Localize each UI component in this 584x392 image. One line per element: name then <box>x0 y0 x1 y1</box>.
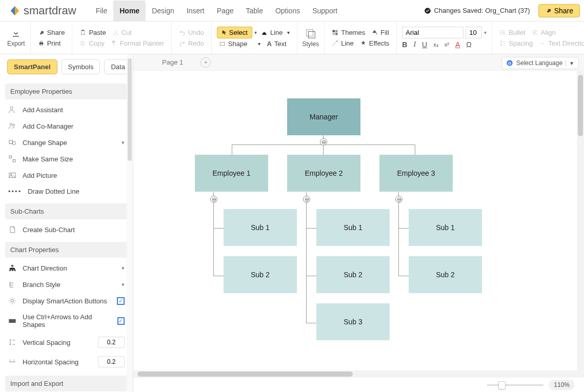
language-selector[interactable]: G Select Language ▼ <box>501 57 579 69</box>
checkbox-checked-icon[interactable]: ✓ <box>117 317 125 325</box>
sidebar-add-picture[interactable]: Add Picture <box>5 167 128 183</box>
org-node-employee-2[interactable]: Employee 2 <box>287 155 360 192</box>
line-style-button[interactable]: Line <box>330 38 356 49</box>
sidebar-create-subchart[interactable]: Create Sub-Chart <box>5 221 128 238</box>
page-tab-1[interactable]: Page 1 <box>153 55 192 69</box>
svg-point-6 <box>113 34 114 35</box>
styles-label[interactable]: Styles <box>303 40 319 48</box>
select-dropdown-icon[interactable]: ▾ <box>254 30 257 35</box>
paste-button[interactable]: Paste <box>77 27 108 38</box>
effects-button[interactable]: Effects <box>358 38 392 49</box>
subscript-button[interactable]: x₂ <box>433 42 438 48</box>
canvas-vertical-scrollbar[interactable] <box>577 71 584 378</box>
menu-tabs: File Home Design Insert Page Table Optio… <box>90 1 344 21</box>
sidebar-change-shape[interactable]: Change Shape▾ <box>5 134 128 151</box>
org-node-sub[interactable]: Sub 1 <box>316 209 390 246</box>
effects-icon <box>360 40 367 47</box>
svg-rect-30 <box>9 140 13 144</box>
org-node-sub[interactable]: Sub 1 <box>224 209 297 246</box>
org-node-employee-3[interactable]: Employee 3 <box>379 155 453 192</box>
sidebar-add-comanager[interactable]: Add Co-Manager <box>5 118 128 134</box>
add-page-button[interactable]: + <box>200 57 211 68</box>
svg-point-22 <box>500 33 501 34</box>
zoom-thumb[interactable] <box>498 381 506 389</box>
export-label[interactable]: Export <box>7 40 25 47</box>
sidebar-add-assistant[interactable]: Add Assistant <box>5 101 128 118</box>
drawing-canvas[interactable]: Manager ⊖ Employee 1 Employee 2 Employee… <box>133 71 584 392</box>
svg-rect-26 <box>533 34 537 34</box>
themes-button[interactable]: Themes <box>330 27 367 38</box>
line-tool-button[interactable]: Line▾ <box>259 27 292 38</box>
svg-rect-11 <box>307 30 313 36</box>
font-size-dropdown-icon[interactable]: ▾ <box>484 30 487 35</box>
select-tool-button[interactable]: Select <box>217 27 252 38</box>
superscript-button[interactable]: x² <box>445 42 449 48</box>
text-tool-button[interactable]: AText <box>265 38 288 49</box>
tab-symbols[interactable]: Symbols <box>62 59 100 74</box>
format-painter-button[interactable]: Format Painter <box>109 38 166 49</box>
menu-home[interactable]: Home <box>113 1 146 21</box>
redo-button[interactable]: Redo <box>177 38 206 49</box>
sidebar-scrollbar[interactable] <box>127 54 133 392</box>
org-node-sub[interactable]: Sub 1 <box>409 209 482 246</box>
text-direction-button[interactable]: Text Direction <box>537 38 584 49</box>
sidebar-branch-style[interactable]: Branch Style▾ <box>5 276 128 293</box>
sidebar-make-same-size[interactable]: Make Same Size <box>5 151 128 167</box>
fill-icon <box>371 29 378 36</box>
font-name-input[interactable] <box>402 27 464 38</box>
collapse-button[interactable]: ⊖ <box>395 196 402 203</box>
sidebar-chart-direction[interactable]: Chart Direction▾ <box>5 260 128 276</box>
zoom-percent[interactable]: 110% <box>549 380 575 390</box>
underline-button[interactable]: U <box>422 40 427 49</box>
svg-rect-5 <box>82 30 84 31</box>
styles-icon[interactable] <box>305 28 316 39</box>
share-button[interactable]: Share <box>538 4 580 17</box>
sidebar-display-smartaction[interactable]: Display SmartAction Buttons✓ <box>5 293 128 309</box>
menu-options[interactable]: Options <box>269 1 306 21</box>
collapse-button[interactable]: ⊖ <box>210 196 217 203</box>
shape-tool-button[interactable]: Shape▾ <box>217 38 263 49</box>
sidebar-use-ctrl-arrows[interactable]: Use Ctrl+Arrows to Add Shapes✓ <box>5 309 128 333</box>
italic-button[interactable]: I <box>413 40 416 49</box>
bullet-button[interactable]: Bullet <box>497 27 528 38</box>
menu-design[interactable]: Design <box>146 1 180 21</box>
undo-button[interactable]: Undo <box>177 27 206 38</box>
menu-table[interactable]: Table <box>239 1 269 21</box>
font-color-button[interactable]: A <box>455 40 460 49</box>
font-size-input[interactable] <box>466 27 482 38</box>
menu-file[interactable]: File <box>90 1 114 21</box>
style-props-group: Themes Fill Line Effects <box>325 22 397 54</box>
org-node-employee-1[interactable]: Employee 1 <box>195 155 268 192</box>
canvas-horizontal-scrollbar[interactable] <box>133 370 577 378</box>
export-group: Export <box>2 22 31 54</box>
sidebar-draw-dotted[interactable]: ••••Draw Dotted Line <box>5 183 128 199</box>
export-icon[interactable] <box>11 29 21 38</box>
horizontal-spacing-input[interactable] <box>98 356 125 367</box>
fill-button[interactable]: Fill <box>369 27 391 38</box>
org-node-manager[interactable]: Manager <box>287 98 360 135</box>
cut-button[interactable]: Cut <box>110 27 134 38</box>
menu-support[interactable]: Support <box>306 1 344 21</box>
connector <box>213 228 224 229</box>
redo-icon <box>179 40 186 47</box>
menu-page[interactable]: Page <box>211 1 240 21</box>
canvas-area: Page 1 + G Select Language ▼ <box>133 54 584 392</box>
zoom-slider[interactable] <box>487 384 543 386</box>
org-node-sub[interactable]: Sub 2 <box>316 256 390 293</box>
collapse-button[interactable]: ⊖ <box>320 138 327 146</box>
bold-button[interactable]: B <box>402 40 407 49</box>
org-node-sub[interactable]: Sub 3 <box>316 303 390 340</box>
org-node-sub[interactable]: Sub 2 <box>224 256 297 293</box>
align-button[interactable]: Align <box>530 27 558 38</box>
share-ribbon-button[interactable]: Share <box>36 27 67 38</box>
vertical-spacing-input[interactable] <box>98 337 125 348</box>
print-button[interactable]: Print <box>36 38 67 49</box>
org-node-sub[interactable]: Sub 2 <box>409 256 482 293</box>
tab-smartpanel[interactable]: SmartPanel <box>7 59 57 74</box>
checkbox-checked-icon[interactable]: ✓ <box>117 297 125 305</box>
spacing-button[interactable]: Spacing <box>497 38 535 49</box>
collapse-button[interactable]: ⊖ <box>303 196 310 203</box>
symbol-button[interactable]: Ω <box>466 40 471 49</box>
menu-insert[interactable]: Insert <box>180 1 211 21</box>
copy-button[interactable]: Copy <box>77 38 106 49</box>
